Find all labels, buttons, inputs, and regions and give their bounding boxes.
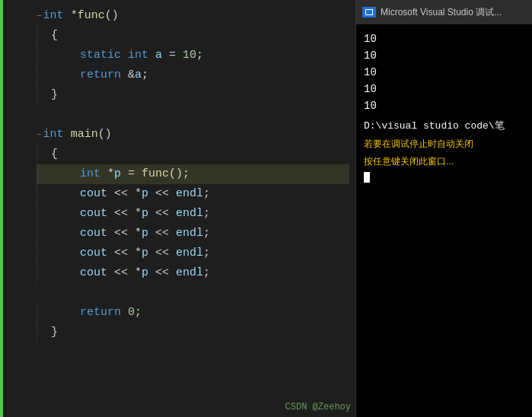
code-editor: −int *func() { static int a = 10; return… <box>0 0 356 417</box>
line-cout-2: cout << *p << endl; <box>37 204 349 224</box>
console-titlebar: Microsoft Visual Studio 调试... <box>356 0 532 24</box>
line-close-brace-func: } <box>37 85 349 105</box>
console-cursor <box>364 172 370 183</box>
line-cout-3: cout << *p << endl; <box>37 224 349 244</box>
line-return-0: return 0; <box>37 303 349 323</box>
indent-guide <box>37 145 37 164</box>
output-line-4: 10 <box>364 81 524 97</box>
line-cout-4: cout << *p << endl; <box>37 244 349 263</box>
line-return-a: return &a; <box>37 65 349 85</box>
indent-guide <box>37 323 37 342</box>
output-line-1: 10 <box>364 30 524 47</box>
line-open-brace-main: { <box>37 145 349 164</box>
indent-guide <box>37 263 37 283</box>
indent-guide <box>37 164 37 184</box>
indent-guide <box>37 85 37 105</box>
code-content: −int *func() { static int a = 10; return… <box>33 0 355 417</box>
vs-icon-inner <box>365 9 373 15</box>
line-blank-2 <box>37 283 349 303</box>
indent-guide <box>37 303 37 323</box>
indent-guide <box>37 204 37 224</box>
line-close-brace-main: } <box>37 323 349 342</box>
collapse-func[interactable]: − <box>37 6 42 26</box>
indent-guide <box>37 184 37 204</box>
indent-guide <box>37 46 37 65</box>
line-static: static int a = 10; <box>37 46 349 65</box>
op: * <box>64 6 78 26</box>
output-line-2: 10 <box>364 47 524 64</box>
line-open-brace-func: { <box>37 26 349 46</box>
console-output: 10 10 10 10 10 D:\visual studio code\笔 若… <box>356 24 532 417</box>
green-accent <box>0 0 3 417</box>
output-line-5: 10 <box>364 97 524 114</box>
console-msg-1: 若要在调试停止时自动关闭 <box>364 137 524 151</box>
indent-guide <box>37 26 37 46</box>
fn-func: func <box>78 6 105 26</box>
kw-int: int <box>43 6 64 26</box>
line-cout-1: cout << *p << endl; <box>37 184 349 204</box>
line-main-header: −int main() <box>37 125 349 145</box>
vs-icon <box>362 7 376 18</box>
indent-guide <box>37 65 37 85</box>
indent-guide <box>37 224 37 244</box>
line-blank-1 <box>37 105 349 125</box>
indent-guide <box>37 244 37 263</box>
punc: () <box>105 6 119 26</box>
console-msg-2: 按任意键关闭此窗口... <box>364 154 524 169</box>
console-panel: Microsoft Visual Studio 调试... 10 10 10 1… <box>356 0 532 417</box>
line-func-header: −int *func() <box>37 6 349 26</box>
line-intp: int *p = func(); <box>37 164 349 184</box>
output-line-3: 10 <box>364 64 524 81</box>
console-title: Microsoft Visual Studio 调试... <box>381 6 502 19</box>
console-cursor-line <box>364 169 524 186</box>
line-cout-5: cout << *p << endl; <box>37 263 349 283</box>
collapse-main[interactable]: − <box>37 125 42 145</box>
console-path: D:\visual studio code\笔 <box>364 119 524 134</box>
attribution: CSDN @Zeehoy <box>285 402 351 412</box>
